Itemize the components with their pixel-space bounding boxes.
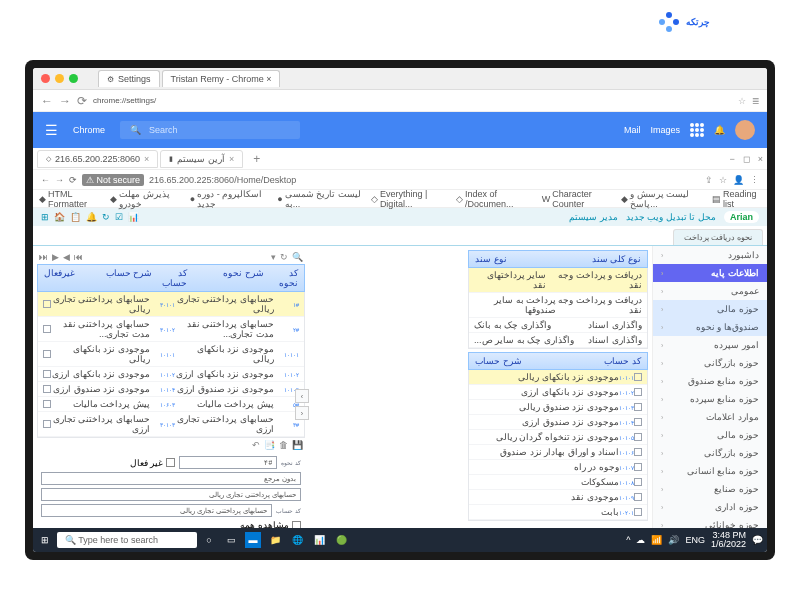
table-row[interactable]: ۱۰۱۰۹موجودی نقد xyxy=(469,490,647,505)
sidebar-item[interactable]: صندوق‌ها و نحوه‹ xyxy=(653,318,767,336)
taskbar-app-icon[interactable]: 🌐 xyxy=(289,532,305,548)
sidebar-item[interactable]: حوزه مالی‹ xyxy=(653,426,767,444)
forward-icon[interactable]: → xyxy=(59,94,71,108)
account-input[interactable] xyxy=(41,504,272,517)
tool-icon[interactable]: ⊞ xyxy=(41,212,49,222)
window-restore-icon[interactable]: ◻ xyxy=(743,154,750,164)
list-item[interactable]: واگذاری اسنادواگذاری چک به بانک xyxy=(469,318,647,333)
tool-icon[interactable]: 🔔 xyxy=(86,212,97,222)
first-page-icon[interactable]: ⏮ xyxy=(74,252,83,262)
code-input[interactable] xyxy=(179,456,277,469)
table-row[interactable]: ۱#حسابهای پرداختنی تجاری ریالی۳۰۱۰۱حسابه… xyxy=(38,292,304,317)
bookmark-item[interactable]: ◇ Index of /Documen... xyxy=(456,189,534,209)
copy-icon[interactable]: 📑 xyxy=(264,440,275,450)
bookmark-item[interactable]: ◆ لیست پرسش و پاسخ... xyxy=(621,189,704,209)
sidebar-item[interactable]: حوزه اداری‹ xyxy=(653,498,767,516)
cortana-icon[interactable]: ○ xyxy=(201,532,217,548)
inner-tab[interactable]: ▮ آرین سیستم × xyxy=(160,150,243,168)
sidebar-item[interactable]: حوزه صنایع‹ xyxy=(653,480,767,498)
menu-icon[interactable]: ≡ xyxy=(752,94,759,108)
taskbar-search[interactable]: 🔍 Type here to search xyxy=(57,532,197,548)
tool-icon[interactable]: 📊 xyxy=(128,212,139,222)
inactive-checkbox[interactable]: غیر فعال xyxy=(130,458,176,468)
browser-tab[interactable]: Tristan Remy - Chrome × xyxy=(162,70,281,87)
new-tab-button[interactable]: + xyxy=(245,149,268,169)
forward-icon[interactable]: → xyxy=(55,175,64,185)
apps-grid-icon[interactable] xyxy=(690,123,704,137)
share-icon[interactable]: ⇪ xyxy=(705,175,713,185)
save-icon[interactable]: 💾 xyxy=(292,440,303,450)
refresh-icon[interactable]: ↻ xyxy=(280,252,288,262)
table-row[interactable]: ۱۰۱۰۵موجودی نزد تنخواه گردان ریالی xyxy=(469,430,647,445)
sidebar-item[interactable]: حوزه منابع انسانی‹ xyxy=(653,462,767,480)
table-row[interactable]: ۱۰۱۰۲موجودی نزد بانکهای ارزی xyxy=(469,385,647,400)
table-row[interactable]: ۲#حسابهای پرداختنی نقد مدت تجاری...۳۰۱۰۲… xyxy=(38,317,304,342)
tray-icon[interactable]: ☁ xyxy=(636,535,645,545)
table-row[interactable]: ۱۰۱۰۸مسکوکات xyxy=(469,475,647,490)
transfer-left-button[interactable]: ‹ xyxy=(295,406,309,420)
tool-icon[interactable]: 📋 xyxy=(70,212,81,222)
avatar[interactable] xyxy=(735,120,755,140)
last-page-icon[interactable]: ⏭ xyxy=(39,252,48,262)
undo-icon[interactable]: ↶ xyxy=(252,440,260,450)
table-row[interactable]: ۱۰۱۰۶اسناد و اوراق بهادار نزد صندوق xyxy=(469,445,647,460)
table-row[interactable]: ۱۰۱۰۲موجودی نزد بانکهای ارزی۱۰۱۰۲موجودی … xyxy=(38,367,304,382)
table-row[interactable]: ۱۰۱۰۱موجودی نزد بانکهای ریالی۱۰۱۰۱موجودی… xyxy=(38,342,304,367)
tool-icon[interactable]: 🏠 xyxy=(54,212,65,222)
sidebar-item[interactable]: حوزه منابع سپرده‹ xyxy=(653,390,767,408)
bookmark-item[interactable]: ◆ HTML Formatter xyxy=(39,189,102,209)
sidebar-item[interactable]: امور سپرده‹ xyxy=(653,336,767,354)
delete-icon[interactable]: 🗑 xyxy=(279,440,288,450)
sidebar-item[interactable]: داشبورد‹ xyxy=(653,246,767,264)
sidebar-item[interactable]: حوزه بازرگانی‹ xyxy=(653,444,767,462)
next-page-icon[interactable]: ▶ xyxy=(52,252,59,262)
start-button[interactable]: ⊞ xyxy=(37,532,53,548)
tray-icon[interactable]: ^ xyxy=(626,535,630,545)
url-text[interactable]: 216.65.200.225:8060/Home/Desktop xyxy=(149,175,296,185)
taskbar-app-icon[interactable]: 📊 xyxy=(311,532,327,548)
taskbar-app-icon[interactable]: 📁 xyxy=(267,532,283,548)
hamburger-icon[interactable]: ☰ xyxy=(45,122,58,138)
bookmark-item[interactable]: ◇ Everything | Digital... xyxy=(371,189,448,209)
sidebar-item[interactable]: اطلاعات پایه‹ xyxy=(653,264,767,282)
dropdown-icon[interactable]: ▾ xyxy=(271,252,276,262)
window-close-icon[interactable]: × xyxy=(758,154,763,164)
mail-link[interactable]: Mail xyxy=(624,125,641,135)
url-input[interactable]: chrome://settings/ xyxy=(93,96,732,105)
reading-list-button[interactable]: ▤ Reading list xyxy=(712,189,761,209)
filter-icon[interactable]: 🔍 xyxy=(292,252,303,262)
minimize-icon[interactable] xyxy=(55,74,64,83)
star-icon[interactable]: ☆ xyxy=(719,175,727,185)
security-badge[interactable]: ⚠ Not secure xyxy=(82,174,144,186)
list-item[interactable]: دریافت و پرداخت وجه نقدسایر پرداختهای نق… xyxy=(469,268,647,293)
tray-icon[interactable]: 📶 xyxy=(651,535,662,545)
table-row[interactable]: ۱۰۱۰۷وجوه در راه xyxy=(469,460,647,475)
transfer-right-button[interactable]: › xyxy=(295,389,309,403)
table-row[interactable]: ۱۰۱۰۴موجودی نزد صندوق ارزی۱۰۱۰۴موجودی نز… xyxy=(38,382,304,397)
bookmark-star-icon[interactable]: ☆ xyxy=(738,96,746,106)
lang-indicator[interactable]: ENG xyxy=(685,535,705,545)
reload-icon[interactable]: ⟳ xyxy=(77,94,87,108)
tool-icon[interactable]: ↻ xyxy=(102,212,110,222)
bookmark-item[interactable]: ● لیست تاریخ شمسی به... xyxy=(277,189,363,209)
list-item[interactable]: دریافت و پرداخت وجه نقدپرداخت به سایر صن… xyxy=(469,293,647,318)
prev-page-icon[interactable]: ◀ xyxy=(63,252,70,262)
sidebar-item[interactable]: حوزه منابع صندوق‹ xyxy=(653,372,767,390)
sidebar-item[interactable]: حوزه بازرگانی‹ xyxy=(653,354,767,372)
table-row[interactable]: ۱۰۱۰۴موجودی نزد صندوق ارزی xyxy=(469,415,647,430)
table-row[interactable]: ۱۰۲۰۱بابت xyxy=(469,505,647,520)
browser-tab[interactable]: ⚙ Settings xyxy=(98,70,160,87)
inner-tab[interactable]: ◇ 216.65.200.225:8060 × xyxy=(37,150,158,168)
bookmark-item[interactable]: ● اسکالپروم - دوره جدید xyxy=(190,189,269,209)
tray-icon[interactable]: 🔊 xyxy=(668,535,679,545)
table-row[interactable]: ۳#حسابهای پرداختنی تجاری ارزی۳۰۱۰۳حسابها… xyxy=(38,412,304,437)
sidebar-item[interactable]: عمومی‹ xyxy=(653,282,767,300)
bookmark-item[interactable]: W Character Counter xyxy=(542,189,613,209)
taskbar-app-icon[interactable]: 🟢 xyxy=(333,532,349,548)
search-input[interactable]: 🔍 Search xyxy=(120,121,300,139)
table-row[interactable]: ۱۰۱۰۳موجودی نزد صندوق ریالی xyxy=(469,400,647,415)
app-tab[interactable]: نحوه دریافت پرداخت xyxy=(673,229,763,245)
table-row[interactable]: ۵#پیش پرداخت مالیات۱۰۶۰۳پیش پرداخت مالیا… xyxy=(38,397,304,412)
list-item[interactable]: واگذاری اسنادواگذاری چک به سایر ص... xyxy=(469,333,647,348)
tool-icon[interactable]: ☑ xyxy=(115,212,123,222)
